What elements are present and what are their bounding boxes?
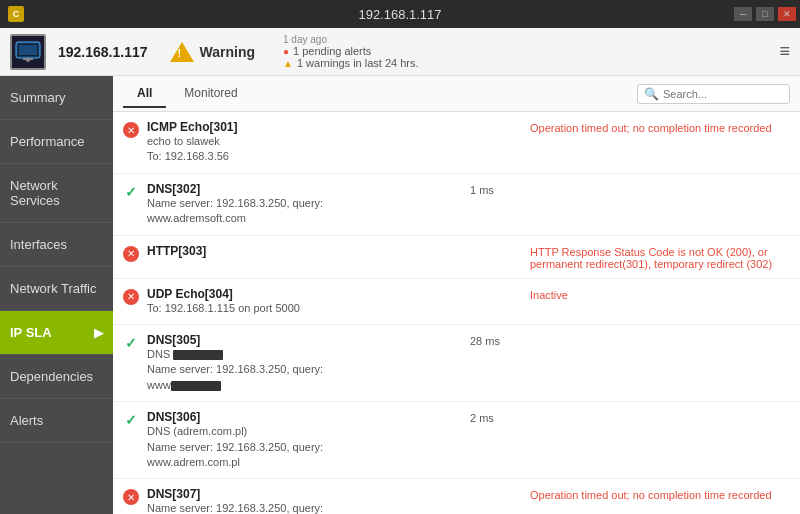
item-subtitle: Name server: 192.168.3.250, query:http:/… — [147, 501, 470, 514]
time-ago: 1 day ago — [283, 34, 419, 45]
window-title: 192.168.1.117 — [358, 7, 441, 22]
item-info: HTTP[303] — [147, 244, 470, 258]
item-title: DNS[305] — [147, 333, 470, 347]
status-error-icon: ✕ — [123, 489, 139, 505]
item-title: UDP Echo[304] — [147, 287, 470, 301]
list-item[interactable]: ✕ ICMP Echo[301] echo to slawekTo: 192.1… — [113, 112, 800, 174]
alert-text-2: 1 warnings in last 24 hrs. — [297, 57, 419, 69]
search-input[interactable] — [663, 88, 783, 100]
list-item[interactable]: ✓ DNS[302] Name server: 192.168.3.250, q… — [113, 174, 800, 236]
item-subtitle: DNS Name server: 192.168.3.250, query: w… — [147, 347, 470, 393]
item-metric: 2 ms — [470, 410, 530, 424]
item-info: ICMP Echo[301] echo to slawekTo: 192.168… — [147, 120, 470, 165]
item-info: UDP Echo[304] To: 192.168.1.115 on port … — [147, 287, 470, 316]
item-metric: 1 ms — [470, 182, 530, 196]
status-ok-icon: ✓ — [123, 184, 139, 200]
item-title: HTTP[303] — [147, 244, 470, 258]
sidebar-item-network-traffic[interactable]: Network Traffic — [0, 267, 113, 311]
sidebar-item-alerts[interactable]: Alerts — [0, 399, 113, 443]
item-title: DNS[302] — [147, 182, 470, 196]
title-bar: C 192.168.1.117 ─ □ ✕ — [0, 0, 800, 28]
warning-label: Warning — [200, 44, 255, 60]
status-ok-icon: ✓ — [123, 335, 139, 351]
item-metric — [470, 487, 530, 489]
sidebar-item-interfaces[interactable]: Interfaces — [0, 223, 113, 267]
item-error — [530, 182, 790, 184]
active-arrow-icon: ▶ — [94, 326, 103, 340]
sidebar: Summary Performance Network Services Int… — [0, 76, 113, 514]
device-name: 192.168.1.117 — [58, 44, 148, 60]
search-box: 🔍 — [637, 84, 790, 104]
item-subtitle: To: 192.168.1.115 on port 5000 — [147, 301, 470, 316]
red-alert-icon: ● — [283, 46, 289, 57]
item-subtitle: Name server: 192.168.3.250, query:www.ad… — [147, 196, 470, 227]
item-info: DNS[305] DNS Name server: 192.168.3.250,… — [147, 333, 470, 393]
alert-text-1: 1 pending alerts — [293, 45, 371, 57]
close-button[interactable]: ✕ — [778, 7, 796, 21]
item-metric — [470, 120, 530, 122]
alert-line-1: ● 1 pending alerts — [283, 45, 419, 57]
item-info: DNS[306] DNS (adrem.com.pl)Name server: … — [147, 410, 470, 470]
item-info: DNS[302] Name server: 192.168.3.250, que… — [147, 182, 470, 227]
orange-alert-icon: ▲ — [283, 58, 293, 69]
item-metric — [470, 244, 530, 246]
status-error-icon: ✕ — [123, 289, 139, 305]
main-layout: Summary Performance Network Services Int… — [0, 76, 800, 514]
item-error: Operation timed out; no completion time … — [530, 487, 790, 501]
status-error-icon: ✕ — [123, 122, 139, 138]
menu-button[interactable]: ≡ — [779, 41, 790, 62]
redacted-text — [171, 381, 221, 391]
item-error: HTTP Response Status Code is not OK (200… — [530, 244, 790, 270]
device-icon — [10, 34, 46, 70]
item-title: DNS[306] — [147, 410, 470, 424]
list-item[interactable]: ✓ DNS[305] DNS Name server: 192.168.3.25… — [113, 325, 800, 402]
sidebar-item-dependencies[interactable]: Dependencies — [0, 355, 113, 399]
warning-triangle-icon — [170, 42, 194, 62]
item-metric — [470, 287, 530, 289]
tab-monitored[interactable]: Monitored — [170, 80, 251, 108]
warning-section: Warning — [170, 42, 255, 62]
tab-all[interactable]: All — [123, 80, 166, 108]
item-error — [530, 410, 790, 412]
item-info: DNS[307] Name server: 192.168.3.250, que… — [147, 487, 470, 514]
sidebar-item-ip-sla[interactable]: IP SLA ▶ — [0, 311, 113, 355]
window-controls: ─ □ ✕ — [734, 7, 796, 21]
content-area: All Monitored 🔍 ✕ ICMP Echo[301] echo to… — [113, 76, 800, 514]
list-item[interactable]: ✕ HTTP[303] HTTP Response Status Code is… — [113, 236, 800, 279]
item-error: Operation timed out; no completion time … — [530, 120, 790, 134]
items-list: ✕ ICMP Echo[301] echo to slawekTo: 192.1… — [113, 112, 800, 514]
item-error — [530, 333, 790, 335]
header-bar: 192.168.1.117 Warning 1 day ago ● 1 pend… — [0, 28, 800, 76]
tabs-bar: All Monitored 🔍 — [113, 76, 800, 112]
svg-rect-4 — [23, 58, 33, 60]
status-error-icon: ✕ — [123, 246, 139, 262]
list-item[interactable]: ✕ UDP Echo[304] To: 192.168.1.115 on por… — [113, 279, 800, 325]
item-title: DNS[307] — [147, 487, 470, 501]
item-metric: 28 ms — [470, 333, 530, 347]
app-icon: C — [8, 6, 24, 22]
item-title: ICMP Echo[301] — [147, 120, 470, 134]
list-item[interactable]: ✕ DNS[307] Name server: 192.168.3.250, q… — [113, 479, 800, 514]
minimize-button[interactable]: ─ — [734, 7, 752, 21]
status-ok-icon: ✓ — [123, 412, 139, 428]
item-subtitle: echo to slawekTo: 192.168.3.56 — [147, 134, 470, 165]
alerts-section: 1 day ago ● 1 pending alerts ▲ 1 warning… — [283, 34, 419, 69]
sidebar-item-performance[interactable]: Performance — [0, 120, 113, 164]
search-icon: 🔍 — [644, 87, 659, 101]
item-error: Inactive — [530, 287, 790, 301]
sidebar-item-summary[interactable]: Summary — [0, 76, 113, 120]
svg-rect-2 — [19, 45, 37, 55]
redacted-text — [173, 350, 223, 360]
maximize-button[interactable]: □ — [756, 7, 774, 21]
item-subtitle: DNS (adrem.com.pl)Name server: 192.168.3… — [147, 424, 470, 470]
sidebar-item-network-services[interactable]: Network Services — [0, 164, 113, 223]
list-item[interactable]: ✓ DNS[306] DNS (adrem.com.pl)Name server… — [113, 402, 800, 479]
alert-line-2: ▲ 1 warnings in last 24 hrs. — [283, 57, 419, 69]
